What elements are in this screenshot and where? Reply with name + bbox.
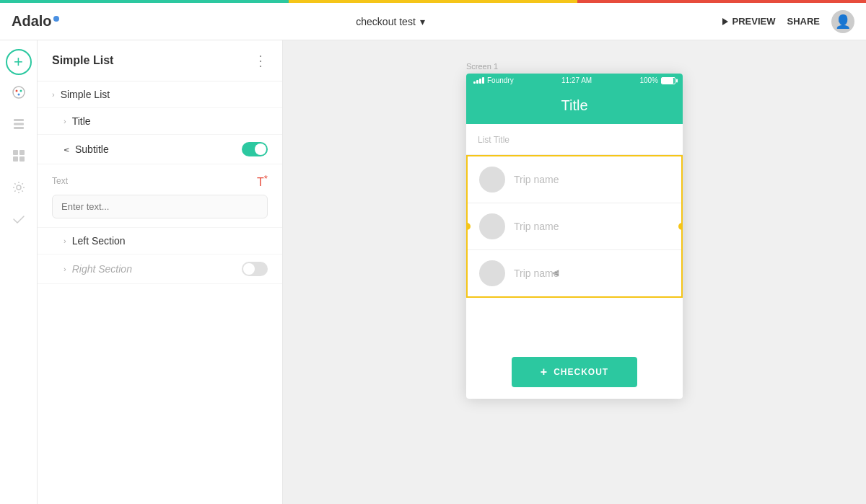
tree-item-right-section[interactable]: › Right Section [38,255,282,284]
canvas-area[interactable]: ◀ Screen 1 Foundry 11:27 AM [283,40,866,504]
svg-rect-4 [14,119,24,121]
toggle-thumb [255,143,266,155]
avatar[interactable]: 👤 [831,10,854,33]
list-item-text-3: Trip name [514,268,559,279]
chevron-right-icon: › [64,265,66,273]
top-bar-center: checkout test ▾ [356,16,425,27]
signal-bar-3 [479,79,481,84]
signal-bar-1 [473,81,476,84]
grid-button[interactable] [6,144,32,170]
toggle-thumb [243,263,255,275]
avatar-icon: 👤 [835,14,851,30]
svg-rect-10 [19,156,25,162]
add-component-button[interactable]: + [6,49,32,75]
app-title: Title [561,97,587,113]
project-name: checkout test [356,16,416,27]
tree-label-right-section: Right Section [72,263,132,275]
chevron-right-icon: › [64,236,66,245]
svg-point-2 [19,89,22,92]
subtitle-toggle[interactable] [242,142,268,156]
chevron-down-icon: ▾ [420,16,425,27]
app-header: Title [466,87,683,124]
svg-point-3 [17,93,19,95]
layers-button[interactable] [6,112,32,138]
checkout-button[interactable]: + CHECKOUT [512,357,637,387]
icon-sidebar: + [0,40,38,504]
play-icon [722,18,728,25]
battery-icon [661,77,675,84]
top-bar: Adalo checkout test ▾ PREVIEW SHARE 👤 [0,3,866,40]
svg-rect-9 [13,156,18,162]
list-title-placeholder: List Title [478,135,509,145]
tree-label-subtitle: Subtitle [75,143,109,155]
palette-button[interactable] [6,81,32,107]
tree-item-simple-list[interactable]: › Simple List [38,81,282,108]
gear-icon [12,180,26,198]
logo-dot [53,16,59,22]
grid-icon [12,149,26,167]
chevron-down-icon: ∨ [62,146,71,152]
list-dot-right [678,223,683,230]
svg-point-0 [13,87,25,98]
chevron-right-icon: › [64,117,66,125]
carrier-name: Foundry [487,76,514,84]
check-icon [12,212,26,230]
layers-icon [12,117,26,135]
text-input[interactable] [52,195,268,218]
status-time: 11:27 AM [561,76,592,84]
top-bar-right: PREVIEW SHARE 👤 [722,10,854,33]
share-button[interactable]: SHARE [787,16,820,27]
text-format-icon[interactable]: T* [257,173,268,189]
tree-item-subtitle[interactable]: ∨ Subtitle [38,135,282,164]
signal-bars-icon [473,77,484,84]
status-right: 100% [639,76,675,84]
checkout-label: CHECKOUT [554,367,608,377]
toggle-on[interactable] [242,142,268,156]
adalo-logo: Adalo [12,13,59,30]
palette-icon [12,85,26,103]
list-item[interactable]: Trip name [468,156,681,203]
text-label: Text [52,176,68,186]
svg-rect-7 [13,150,18,155]
svg-rect-6 [14,127,24,129]
battery-percent: 100% [639,76,658,84]
sub-section-header: Text T* [52,173,268,189]
signal-bar-2 [476,80,478,84]
check-button[interactable] [6,208,32,234]
tree-label-left-section: Left Section [72,235,126,247]
svg-point-1 [15,89,17,92]
panel-menu-button[interactable]: ⋮ [253,52,268,69]
tree-label-simple-list: Simple List [61,89,110,100]
signal-bar-4 [482,77,484,84]
preview-button[interactable]: PREVIEW [722,16,776,27]
top-bar-left: Adalo [12,13,59,30]
panel-header: Simple List ⋮ [38,40,282,81]
svg-rect-5 [14,123,24,125]
logo-text: Adalo [12,13,52,30]
tree-item-title[interactable]: › Title [38,108,282,135]
list-title-area: List Title [466,124,683,155]
properties-panel: Simple List ⋮ › Simple List › Title ∨ Su… [38,40,283,504]
list-item-text-2: Trip name [514,221,559,232]
panel-title: Simple List [52,54,113,67]
checkout-area: + CHECKOUT [466,298,683,399]
list-item[interactable]: Trip name [468,250,681,296]
list-item[interactable]: Trip name [468,203,681,250]
main-layout: + [0,40,866,504]
status-bar: Foundry 11:27 AM 100% [466,74,683,87]
avatar-1 [479,167,505,193]
avatar-3 [479,260,505,286]
toggle-off[interactable] [242,262,268,276]
checkout-plus-icon: + [541,366,548,379]
tree-item-left-section[interactable]: › Left Section [38,228,282,255]
avatar-2 [479,213,505,239]
plus-icon: + [14,53,23,71]
battery-fill [662,78,673,84]
right-section-toggle[interactable] [242,262,268,276]
settings-button[interactable] [6,176,32,202]
chevron-right-icon: › [52,90,55,99]
phone-mockup: Foundry 11:27 AM 100% Title [466,74,683,399]
status-left: Foundry [473,76,514,84]
phone-container: Screen 1 Foundry 11:27 AM [466,62,683,399]
text-sub-section: Text T* [38,164,282,228]
